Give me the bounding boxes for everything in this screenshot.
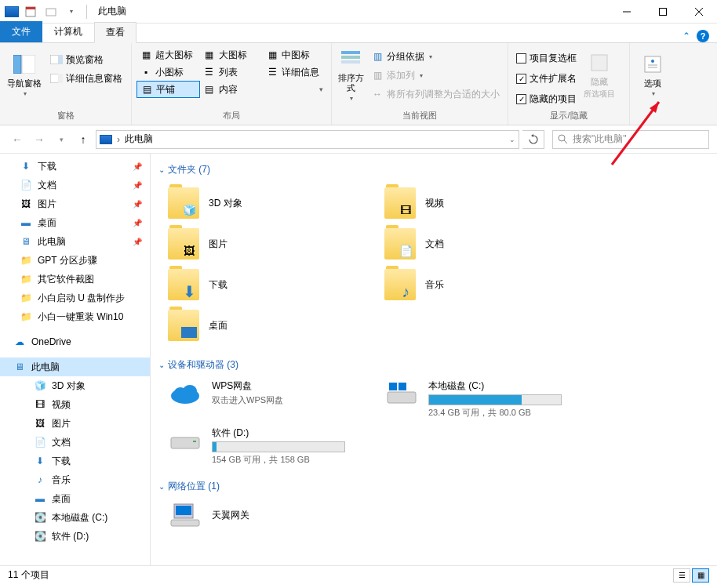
refresh-button[interactable] — [522, 130, 544, 149]
folder-desktop[interactable]: 桌面 — [168, 307, 369, 344]
folder-icon: 📁 — [19, 255, 33, 266]
content-area: ⌄文件夹 (7) 🧊3D 对象 🎞视频 🖼图片 📄文档 ⬇下载 ♪音乐 桌面 ⌄… — [151, 154, 717, 565]
3d-icon: 🧊 — [33, 380, 47, 391]
address-bar[interactable]: › 此电脑 ⌄ — [96, 130, 519, 149]
up-button[interactable]: ↑ — [74, 130, 93, 149]
sidebar-item-thispc-pinned[interactable]: 🖥此电脑📌 — [0, 232, 150, 251]
section-drives[interactable]: ⌄设备和驱动器 (3) — [158, 354, 709, 376]
svg-rect-34 — [176, 506, 191, 515]
minimize-button[interactable] — [609, 0, 645, 24]
ribbon-tabs: 文件 计算机 查看 ⌃ ? — [0, 24, 717, 43]
sidebar-item-folder[interactable]: 📁小白一键重装 Win10 — [0, 307, 150, 326]
folder-music[interactable]: ♪音乐 — [384, 266, 585, 303]
tab-computer[interactable]: 计算机 — [42, 21, 94, 42]
svg-rect-12 — [58, 74, 63, 83]
folder-videos[interactable]: 🎞视频 — [384, 184, 585, 222]
groupby-button[interactable]: ▥ 分组依据▾ — [368, 48, 503, 65]
back-button[interactable]: ← — [8, 130, 27, 149]
folder-pictures[interactable]: 🖼图片 — [168, 225, 369, 263]
sidebar-item-documents2[interactable]: 📄文档 — [0, 433, 150, 452]
sidebar-item-drive-c[interactable]: 💽本地磁盘 (C:) — [0, 508, 150, 527]
addr-segment[interactable]: 此电脑 — [125, 132, 153, 146]
sidebar-item-folder[interactable]: 📁小白启动 U 盘制作步 — [0, 289, 150, 307]
pin-icon: 📌 — [133, 181, 142, 190]
layout-extralarge[interactable]: ▦超大图标 — [136, 46, 200, 64]
layout-content[interactable]: ▤内容 — [200, 81, 264, 98]
layout-large[interactable]: ▦大图标 — [200, 46, 264, 64]
ribbon: 导航窗格 ▾ 预览窗格 详细信息窗格 窗格 ▦超大图标 ▦大图标 ▦中图标 — [0, 43, 717, 125]
tab-view[interactable]: 查看 — [94, 22, 136, 43]
svg-rect-32 — [193, 441, 196, 442]
folder-icon: 📁 — [19, 292, 33, 303]
options-button[interactable]: 选项 ▾ — [635, 46, 671, 103]
hidden-toggle[interactable]: 隐藏的项目 — [513, 90, 580, 107]
music-icon: ♪ — [33, 474, 47, 485]
svg-point-26 — [183, 385, 197, 397]
sort-button[interactable]: 排序方式 ▾ — [337, 46, 365, 103]
download-icon: ⬇ — [180, 285, 198, 299]
sidebar-item-3d[interactable]: 🧊3D 对象 — [0, 376, 150, 395]
qat-properties[interactable] — [22, 3, 39, 20]
svg-rect-17 — [645, 56, 661, 72]
ribbon-collapse-icon[interactable]: ⌃ — [682, 31, 690, 42]
layout-details[interactable]: ☰详细信息 — [263, 64, 326, 81]
pin-icon: 📌 — [133, 200, 142, 209]
sidebar-item-onedrive[interactable]: ☁OneDrive — [0, 332, 150, 351]
sidebar-item-folder[interactable]: 📁GPT 分区步骤 — [0, 251, 150, 270]
download-icon: ⬇ — [33, 456, 47, 466]
sidebar-item-pictures2[interactable]: 🖼图片 — [0, 414, 150, 433]
section-folders[interactable]: ⌄文件夹 (7) — [158, 158, 709, 181]
layout-more[interactable]: ▾ — [263, 81, 326, 98]
sidebar-item-downloads2[interactable]: ⬇下载 — [0, 452, 150, 470]
sidebar-item-folder[interactable]: 📁其它软件截图 — [0, 270, 150, 289]
drive-usage-bar — [212, 441, 345, 452]
music-icon: ♪ — [397, 285, 414, 299]
layout-tiles[interactable]: ▤平铺 — [136, 81, 200, 98]
sidebar-item-downloads[interactable]: ⬇下载📌 — [0, 157, 150, 176]
svg-rect-10 — [58, 55, 63, 64]
drive-icon — [384, 379, 419, 408]
layout-medium[interactable]: ▦中图标 — [263, 46, 326, 64]
sidebar-item-desktop[interactable]: ▬桌面📌 — [0, 213, 150, 232]
details-pane-button[interactable]: 详细信息窗格 — [47, 70, 126, 87]
layout-list[interactable]: ☰列表 — [200, 64, 264, 81]
sidebar-item-desktop2[interactable]: ▬桌面 — [0, 489, 150, 508]
drive-c[interactable]: 本地磁盘 (C:)23.4 GB 可用，共 80.0 GB — [384, 379, 585, 419]
network-item[interactable]: 天翼网关 — [158, 498, 709, 539]
layout-small[interactable]: ▪小图标 — [136, 64, 200, 81]
forward-button[interactable]: → — [30, 130, 49, 149]
recent-button[interactable]: ▾ — [52, 130, 71, 149]
qat-new-folder[interactable] — [42, 3, 60, 20]
addr-dropdown-icon[interactable]: ⌄ — [509, 136, 515, 143]
sizecols-button: ↔ 将所有列调整为合适的大小 — [368, 85, 503, 103]
sidebar-item-drive-d[interactable]: 💽软件 (D:) — [0, 527, 150, 546]
addr-sep[interactable]: › — [117, 134, 120, 145]
folder-3d[interactable]: 🧊3D 对象 — [168, 184, 369, 222]
sidebar-item-thispc[interactable]: 🖥此电脑 — [0, 358, 150, 376]
extensions-toggle[interactable]: 文件扩展名 — [513, 70, 580, 87]
sidebar-item-documents[interactable]: 📄文档📌 — [0, 176, 150, 194]
svg-rect-1 — [26, 7, 35, 9]
sidebar-item-pictures[interactable]: 🖼图片📌 — [0, 194, 150, 213]
nav-pane-button[interactable]: 导航窗格 ▾ — [5, 46, 44, 103]
view-details-button[interactable]: ☰ — [673, 568, 690, 583]
sidebar-item-videos[interactable]: 🎞视频 — [0, 395, 150, 414]
qat-dropdown[interactable]: ▾ — [63, 3, 80, 20]
drive-wps[interactable]: WPS网盘双击进入WPS网盘 — [168, 379, 369, 419]
view-tiles-button[interactable]: ▦ — [692, 568, 709, 583]
help-icon[interactable]: ? — [697, 30, 709, 42]
sidebar-item-music[interactable]: ♪音乐 — [0, 470, 150, 489]
pin-icon: 📌 — [133, 219, 142, 227]
folder-documents[interactable]: 📄文档 — [384, 225, 585, 263]
search-box[interactable]: 搜索"此电脑" — [552, 130, 709, 149]
folder-downloads[interactable]: ⬇下载 — [168, 266, 369, 303]
drive-d[interactable]: 软件 (D:)154 GB 可用，共 158 GB — [168, 426, 369, 466]
pin-icon: 📌 — [133, 162, 142, 171]
checkboxes-toggle[interactable]: 项目复选框 — [513, 49, 580, 67]
preview-pane-button[interactable]: 预览窗格 — [47, 51, 126, 68]
section-network[interactable]: ⌄网络位置 (1) — [158, 475, 709, 498]
tab-file[interactable]: 文件 — [0, 21, 42, 42]
maximize-button[interactable] — [645, 0, 681, 24]
close-button[interactable] — [681, 0, 717, 24]
svg-rect-16 — [591, 55, 607, 71]
